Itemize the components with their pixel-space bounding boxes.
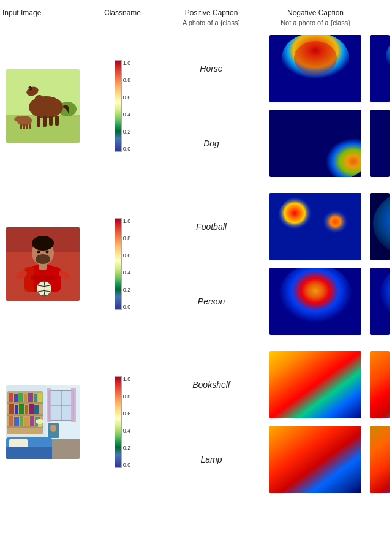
heatmap-person-pos	[263, 264, 368, 339]
svg-rect-80	[14, 417, 19, 426]
svg-rect-60	[47, 388, 51, 422]
svg-rect-83	[30, 416, 34, 426]
svg-point-38	[37, 251, 40, 254]
svg-point-39	[46, 251, 49, 254]
svg-point-19	[294, 41, 337, 75]
input-image-horse	[0, 31, 86, 181]
svg-rect-61	[71, 388, 76, 422]
heatmap-bookshelf-pos	[263, 347, 368, 422]
svg-rect-82	[24, 417, 29, 426]
heatmap-dog-pos	[263, 106, 368, 181]
input-image-soccer	[0, 189, 86, 339]
input-image-bedroom	[0, 347, 86, 497]
svg-rect-64	[7, 414, 43, 416]
svg-rect-8	[49, 116, 53, 126]
svg-point-91	[50, 425, 56, 432]
svg-rect-72	[38, 393, 42, 402]
svg-rect-15	[29, 124, 31, 129]
classname-person: Person	[159, 264, 263, 339]
section-horse-dog: Horse	[0, 31, 392, 181]
svg-rect-12	[20, 124, 22, 129]
svg-rect-92	[270, 351, 361, 418]
col-header-input: Input Image	[0, 9, 86, 18]
svg-rect-71	[34, 394, 37, 402]
col-header-negative: Negative Caption Not a photo of a {class…	[263, 9, 368, 28]
heatmap-bookshelf-neg	[368, 347, 392, 422]
svg-rect-69	[24, 394, 27, 402]
svg-rect-70	[28, 393, 33, 402]
heatmap-football-pos	[263, 189, 368, 264]
svg-rect-78	[34, 405, 39, 414]
heatmap-horse-neg	[368, 31, 392, 106]
svg-point-46	[307, 204, 350, 243]
svg-rect-74	[15, 405, 18, 414]
svg-point-89	[36, 419, 44, 424]
svg-point-37	[36, 254, 50, 264]
svg-rect-9	[55, 116, 59, 126]
svg-rect-20	[370, 35, 390, 102]
svg-rect-95	[270, 426, 361, 493]
svg-rect-87	[6, 447, 52, 459]
classname-horse: Horse	[159, 31, 263, 106]
svg-rect-42	[31, 275, 55, 280]
colorbar-section1: 1.0 0.8 0.6 0.4 0.2 0.0	[86, 31, 159, 181]
col-header-classname: Classname	[86, 9, 159, 18]
heatmap-football-neg	[368, 189, 392, 264]
svg-rect-77	[29, 404, 34, 414]
classname-dog: Dog	[159, 106, 263, 181]
heatmap-dog-neg	[368, 106, 392, 181]
svg-point-10	[30, 89, 32, 91]
colorbar-section3: 1.0 0.8 0.6 0.4 0.2 0.0	[86, 347, 159, 497]
svg-rect-7	[43, 116, 47, 127]
heatmap-lamp-neg	[368, 422, 392, 497]
svg-point-36	[32, 236, 54, 251]
svg-rect-14	[26, 124, 28, 129]
section-football-person: Football	[0, 189, 392, 339]
svg-rect-79	[9, 416, 13, 426]
svg-rect-67	[14, 394, 18, 402]
svg-rect-75	[19, 404, 24, 414]
svg-point-3	[29, 96, 63, 118]
heatmap-person-neg	[368, 264, 392, 339]
svg-rect-6	[37, 116, 40, 127]
svg-rect-96	[370, 426, 390, 493]
col-header-positive: Positive Caption A photo of a {class}	[159, 9, 263, 28]
svg-rect-76	[25, 405, 28, 414]
classname-lamp: Lamp	[159, 422, 263, 497]
heatmap-horse-pos	[263, 31, 368, 106]
svg-rect-63	[7, 402, 43, 404]
heatmap-lamp-pos	[263, 422, 368, 497]
svg-rect-68	[18, 393, 23, 402]
svg-rect-66	[9, 393, 13, 402]
svg-rect-65	[7, 426, 43, 428]
classname-bookshelf: Bookshelf	[159, 347, 263, 422]
svg-rect-73	[9, 404, 14, 414]
table-header: Input Image Classname Positive Caption A…	[0, 4, 392, 31]
colorbar-section2: 1.0 0.8 0.6 0.4 0.2 0.0	[86, 189, 159, 339]
svg-rect-81	[20, 416, 23, 426]
classname-football: Football	[159, 189, 263, 264]
svg-rect-94	[370, 351, 390, 418]
svg-rect-25	[370, 110, 390, 177]
section-bookshelf-lamp: Bookshelf	[0, 347, 392, 497]
svg-rect-13	[23, 124, 25, 129]
